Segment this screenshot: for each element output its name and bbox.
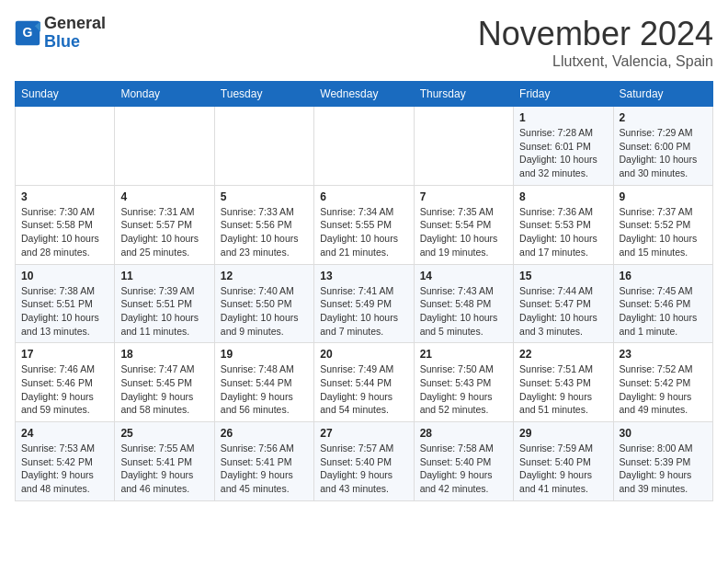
day-number: 8 — [519, 190, 607, 203]
calendar-day-cell: 14Sunrise: 7:43 AMSunset: 5:48 PMDayligh… — [414, 264, 513, 343]
weekday-header-cell: Wednesday — [314, 82, 414, 107]
calendar-day-cell: 30Sunrise: 8:00 AMSunset: 5:39 PMDayligh… — [613, 422, 712, 501]
calendar-week-row: 24Sunrise: 7:53 AMSunset: 5:42 PMDayligh… — [16, 422, 713, 501]
day-number: 1 — [519, 111, 607, 124]
day-number: 4 — [120, 190, 208, 203]
day-info: Sunrise: 7:53 AMSunset: 5:42 PMDaylight:… — [21, 442, 108, 496]
day-info: Sunrise: 7:33 AMSunset: 5:56 PMDaylight:… — [221, 205, 308, 259]
day-number: 30 — [620, 427, 707, 440]
day-info: Sunrise: 7:58 AMSunset: 5:40 PMDaylight:… — [420, 442, 507, 496]
calendar-day-cell: 22Sunrise: 7:51 AMSunset: 5:43 PMDayligh… — [514, 343, 613, 422]
day-info: Sunrise: 7:38 AMSunset: 5:51 PMDaylight:… — [21, 284, 108, 339]
day-info: Sunrise: 7:43 AMSunset: 5:48 PMDaylight:… — [420, 284, 507, 339]
calendar-day-cell: 28Sunrise: 7:58 AMSunset: 5:40 PMDayligh… — [414, 422, 513, 501]
day-number: 25 — [120, 427, 208, 440]
weekday-header-cell: Monday — [115, 82, 214, 107]
calendar-day-cell: 26Sunrise: 7:56 AMSunset: 5:41 PMDayligh… — [214, 422, 313, 501]
day-info: Sunrise: 7:30 AMSunset: 5:58 PMDaylight:… — [21, 205, 108, 259]
day-number: 10 — [21, 270, 108, 282]
location: Llutxent, Valencia, Spain — [478, 53, 713, 70]
calendar-day-cell: 20Sunrise: 7:49 AMSunset: 5:44 PMDayligh… — [314, 343, 414, 422]
page-header: G General Blue November 2024 Llutxent, V… — [15, 15, 713, 70]
calendar-week-row: 17Sunrise: 7:46 AMSunset: 5:46 PMDayligh… — [16, 343, 713, 422]
calendar-day-cell — [16, 107, 115, 186]
calendar-body: 1Sunrise: 7:28 AMSunset: 6:01 PMDaylight… — [16, 107, 713, 501]
calendar-day-cell — [115, 107, 214, 186]
calendar-day-cell: 29Sunrise: 7:59 AMSunset: 5:40 PMDayligh… — [514, 422, 613, 501]
calendar-day-cell: 10Sunrise: 7:38 AMSunset: 5:51 PMDayligh… — [16, 264, 115, 343]
day-info: Sunrise: 7:36 AMSunset: 5:53 PMDaylight:… — [519, 205, 607, 259]
calendar-day-cell: 11Sunrise: 7:39 AMSunset: 5:51 PMDayligh… — [115, 264, 214, 343]
calendar-table: SundayMondayTuesdayWednesdayThursdayFrid… — [15, 81, 713, 501]
calendar-week-row: 10Sunrise: 7:38 AMSunset: 5:51 PMDayligh… — [16, 264, 713, 343]
calendar-day-cell: 18Sunrise: 7:47 AMSunset: 5:45 PMDayligh… — [115, 343, 214, 422]
day-number: 21 — [420, 348, 507, 361]
calendar-week-row: 3Sunrise: 7:30 AMSunset: 5:58 PMDaylight… — [16, 185, 713, 264]
calendar-day-cell: 6Sunrise: 7:34 AMSunset: 5:55 PMDaylight… — [314, 185, 414, 264]
day-info: Sunrise: 7:35 AMSunset: 5:54 PMDaylight:… — [420, 205, 507, 259]
calendar-day-cell: 13Sunrise: 7:41 AMSunset: 5:49 PMDayligh… — [314, 264, 414, 343]
calendar-day-cell: 3Sunrise: 7:30 AMSunset: 5:58 PMDaylight… — [16, 185, 115, 264]
day-number: 11 — [120, 270, 208, 282]
day-info: Sunrise: 7:29 AMSunset: 6:00 PMDaylight:… — [620, 126, 707, 180]
calendar-day-cell: 12Sunrise: 7:40 AMSunset: 5:50 PMDayligh… — [214, 264, 313, 343]
calendar-day-cell: 24Sunrise: 7:53 AMSunset: 5:42 PMDayligh… — [16, 422, 115, 501]
day-number: 23 — [620, 348, 707, 361]
day-info: Sunrise: 7:55 AMSunset: 5:41 PMDaylight:… — [120, 442, 208, 496]
day-number: 14 — [420, 270, 507, 282]
day-number: 24 — [21, 427, 108, 440]
calendar-day-cell: 17Sunrise: 7:46 AMSunset: 5:46 PMDayligh… — [16, 343, 115, 422]
day-info: Sunrise: 7:31 AMSunset: 5:57 PMDaylight:… — [120, 205, 208, 259]
calendar-day-cell: 1Sunrise: 7:28 AMSunset: 6:01 PMDaylight… — [514, 107, 613, 186]
logo-line1: General — [44, 14, 106, 32]
logo-line2: Blue — [44, 32, 80, 51]
day-number: 2 — [620, 111, 707, 124]
title-block: November 2024 Llutxent, Valencia, Spain — [478, 15, 713, 70]
day-number: 27 — [320, 427, 407, 440]
day-info: Sunrise: 7:41 AMSunset: 5:49 PMDaylight:… — [320, 284, 407, 339]
day-info: Sunrise: 7:49 AMSunset: 5:44 PMDaylight:… — [320, 362, 407, 417]
day-number: 20 — [320, 348, 407, 361]
calendar-day-cell: 15Sunrise: 7:44 AMSunset: 5:47 PMDayligh… — [514, 264, 613, 343]
calendar-day-cell: 7Sunrise: 7:35 AMSunset: 5:54 PMDaylight… — [414, 185, 513, 264]
month-title: November 2024 — [478, 15, 713, 53]
calendar-day-cell: 19Sunrise: 7:48 AMSunset: 5:44 PMDayligh… — [214, 343, 313, 422]
day-info: Sunrise: 7:48 AMSunset: 5:44 PMDaylight:… — [221, 362, 308, 417]
day-info: Sunrise: 7:50 AMSunset: 5:43 PMDaylight:… — [420, 362, 507, 417]
day-info: Sunrise: 7:45 AMSunset: 5:46 PMDaylight:… — [620, 284, 707, 339]
day-info: Sunrise: 7:34 AMSunset: 5:55 PMDaylight:… — [320, 205, 407, 259]
calendar-day-cell: 21Sunrise: 7:50 AMSunset: 5:43 PMDayligh… — [414, 343, 513, 422]
day-info: Sunrise: 7:44 AMSunset: 5:47 PMDaylight:… — [519, 284, 607, 339]
weekday-header-cell: Friday — [514, 82, 613, 107]
day-number: 3 — [21, 190, 108, 203]
day-number: 18 — [120, 348, 208, 361]
day-number: 9 — [620, 190, 707, 203]
day-number: 17 — [21, 348, 108, 361]
day-info: Sunrise: 8:00 AMSunset: 5:39 PMDaylight:… — [620, 442, 707, 496]
calendar-day-cell: 9Sunrise: 7:37 AMSunset: 5:52 PMDaylight… — [613, 185, 712, 264]
calendar-day-cell: 8Sunrise: 7:36 AMSunset: 5:53 PMDaylight… — [514, 185, 613, 264]
logo: G General Blue — [15, 15, 106, 52]
calendar-day-cell: 25Sunrise: 7:55 AMSunset: 5:41 PMDayligh… — [115, 422, 214, 501]
day-number: 7 — [420, 190, 507, 203]
weekday-header-cell: Thursday — [414, 82, 513, 107]
calendar-day-cell: 5Sunrise: 7:33 AMSunset: 5:56 PMDaylight… — [214, 185, 313, 264]
day-number: 19 — [221, 348, 308, 361]
day-info: Sunrise: 7:39 AMSunset: 5:51 PMDaylight:… — [120, 284, 208, 339]
day-info: Sunrise: 7:47 AMSunset: 5:45 PMDaylight:… — [120, 362, 208, 417]
calendar-week-row: 1Sunrise: 7:28 AMSunset: 6:01 PMDaylight… — [16, 107, 713, 186]
day-info: Sunrise: 7:57 AMSunset: 5:40 PMDaylight:… — [320, 442, 407, 496]
calendar-day-cell: 16Sunrise: 7:45 AMSunset: 5:46 PMDayligh… — [613, 264, 712, 343]
day-info: Sunrise: 7:59 AMSunset: 5:40 PMDaylight:… — [519, 442, 607, 496]
day-number: 13 — [320, 270, 407, 282]
weekday-header-cell: Tuesday — [214, 82, 313, 107]
day-info: Sunrise: 7:40 AMSunset: 5:50 PMDaylight:… — [221, 284, 308, 339]
day-number: 6 — [320, 190, 407, 203]
logo-text: General Blue — [44, 15, 106, 52]
calendar-day-cell: 27Sunrise: 7:57 AMSunset: 5:40 PMDayligh… — [314, 422, 414, 501]
calendar-day-cell: 2Sunrise: 7:29 AMSunset: 6:00 PMDaylight… — [613, 107, 712, 186]
day-number: 12 — [221, 270, 308, 282]
day-info: Sunrise: 7:28 AMSunset: 6:01 PMDaylight:… — [519, 126, 607, 180]
calendar-day-cell: 23Sunrise: 7:52 AMSunset: 5:42 PMDayligh… — [613, 343, 712, 422]
weekday-header-row: SundayMondayTuesdayWednesdayThursdayFrid… — [16, 82, 713, 107]
